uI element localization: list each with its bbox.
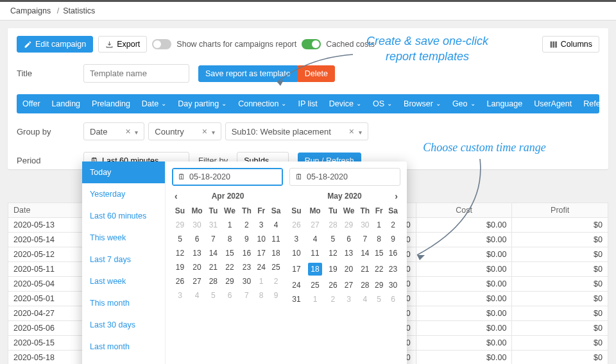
calendar-day[interactable]: 11: [304, 246, 326, 260]
calendar-day[interactable]: 13: [188, 246, 206, 260]
filter-os[interactable]: OS: [367, 94, 398, 113]
calendar-day[interactable]: 6: [386, 292, 400, 306]
calendar-day[interactable]: 9: [268, 288, 284, 302]
filter-useragent[interactable]: UserAgent: [528, 94, 578, 113]
calendar-day[interactable]: 4: [268, 218, 284, 232]
calendar-day[interactable]: 18: [304, 260, 326, 278]
calendar-day[interactable]: 15: [372, 246, 386, 260]
filter-device[interactable]: Device: [323, 94, 367, 113]
calendar-day[interactable]: 24: [254, 260, 268, 274]
calendar-day[interactable]: 4: [304, 232, 326, 246]
preset-last-30-days[interactable]: Last 30 days: [82, 314, 165, 336]
preset-last-7-days[interactable]: Last 7 days: [82, 249, 165, 270]
calendar-day[interactable]: 29: [340, 218, 358, 232]
calendar-day[interactable]: 6: [340, 232, 358, 246]
filter-day-parting[interactable]: Day parting: [172, 94, 232, 113]
calendar-day[interactable]: 14: [206, 246, 220, 260]
cached-costs-toggle[interactable]: [302, 39, 321, 49]
calendar-day[interactable]: 22: [221, 260, 239, 274]
filter-ip-list[interactable]: IP list: [292, 94, 323, 113]
calendar-day[interactable]: 29: [172, 218, 188, 232]
calendar-day[interactable]: 16: [386, 246, 400, 260]
breadcrumb-part[interactable]: Campaigns: [10, 6, 51, 15]
export-button[interactable]: Export: [98, 36, 147, 53]
remove-icon[interactable]: ×: [349, 126, 354, 136]
calendar-day[interactable]: 27: [188, 274, 206, 288]
calendar-day[interactable]: 9: [386, 232, 400, 246]
calendar-day[interactable]: 20: [340, 260, 358, 278]
calendar-day[interactable]: 2: [239, 218, 254, 232]
calendar-day[interactable]: 25: [304, 278, 326, 292]
calendar-day[interactable]: 27: [340, 278, 358, 292]
calendar-day[interactable]: 7: [357, 232, 372, 246]
calendar-day[interactable]: 7: [239, 288, 254, 302]
preset-today[interactable]: Today: [82, 161, 165, 183]
calendar-day[interactable]: 10: [254, 232, 268, 246]
calendar-day[interactable]: 6: [188, 232, 206, 246]
calendar-day[interactable]: 19: [172, 260, 188, 274]
calendar-day[interactable]: 8: [372, 232, 386, 246]
template-name-input[interactable]: [83, 64, 189, 83]
next-month-icon[interactable]: ›: [395, 191, 398, 201]
calendar-day[interactable]: 2: [268, 274, 284, 288]
save-template-button[interactable]: Save report as template: [198, 65, 298, 82]
calendar-day[interactable]: 4: [357, 292, 372, 306]
calendar-day[interactable]: 8: [221, 232, 239, 246]
calendar-day[interactable]: 26: [326, 278, 339, 292]
filter-browser[interactable]: Browser: [398, 94, 447, 113]
calendar-day[interactable]: 31: [289, 292, 304, 306]
calendar-day[interactable]: 28: [326, 218, 339, 232]
calendar-day[interactable]: 1: [372, 218, 386, 232]
chevron-down-icon[interactable]: [133, 127, 138, 136]
calendar-day[interactable]: 19: [326, 260, 339, 278]
calendar-day[interactable]: 13: [340, 246, 358, 260]
calendar-day[interactable]: 22: [372, 260, 386, 278]
calendar-day[interactable]: 16: [239, 246, 254, 260]
date-to-input[interactable]: 🗓05-18-2020: [289, 168, 400, 186]
calendar-day[interactable]: 10: [289, 246, 304, 260]
calendar-day[interactable]: 15: [221, 246, 239, 260]
prev-month-icon[interactable]: ‹: [175, 191, 178, 201]
calendar-day[interactable]: 3: [254, 218, 268, 232]
calendar-day[interactable]: 8: [254, 288, 268, 302]
calendar-day[interactable]: 1: [254, 274, 268, 288]
calendar-day[interactable]: 18: [268, 246, 284, 260]
calendar-day[interactable]: 2: [326, 292, 339, 306]
calendar-day[interactable]: 24: [289, 278, 304, 292]
show-charts-toggle[interactable]: [152, 39, 171, 49]
calendar-day[interactable]: 30: [386, 278, 400, 292]
chevron-down-icon[interactable]: [357, 127, 362, 136]
calendar-day[interactable]: 9: [239, 232, 254, 246]
calendar-day[interactable]: 12: [326, 246, 339, 260]
column-header[interactable]: Cost: [416, 203, 512, 218]
filter-offer[interactable]: Offer: [17, 94, 46, 113]
calendar-day[interactable]: 23: [239, 260, 254, 274]
calendar-day[interactable]: 3: [172, 288, 188, 302]
groupby-tag[interactable]: Country×: [148, 122, 221, 140]
preset-last-month[interactable]: Last month: [82, 336, 165, 358]
column-header[interactable]: Profit: [512, 203, 608, 218]
preset-yesterday[interactable]: Yesterday: [82, 183, 165, 205]
calendar-day[interactable]: 3: [289, 232, 304, 246]
date-from-input[interactable]: 🗓05-18-2020: [172, 168, 283, 186]
preset-last-week[interactable]: Last week: [82, 270, 165, 292]
filter-language[interactable]: Language: [481, 94, 529, 113]
calendar-day[interactable]: 21: [206, 260, 220, 274]
calendar-day[interactable]: 1: [221, 218, 239, 232]
calendar-day[interactable]: 29: [221, 274, 239, 288]
calendar-day[interactable]: 20: [188, 260, 206, 274]
preset-this-week[interactable]: This week: [82, 227, 165, 249]
filter-prelanding[interactable]: Prelanding: [86, 94, 136, 113]
filter-referrer[interactable]: Referrer: [578, 94, 599, 113]
calendar-day[interactable]: 30: [357, 218, 372, 232]
calendar-day[interactable]: 25: [268, 260, 284, 274]
columns-button[interactable]: Columns: [542, 36, 599, 53]
calendar-day[interactable]: 5: [326, 232, 339, 246]
calendar-day[interactable]: 7: [206, 232, 220, 246]
calendar-day[interactable]: 2: [386, 218, 400, 232]
preset-last-60-minutes[interactable]: Last 60 minutes: [82, 205, 165, 227]
calendar-day[interactable]: 26: [289, 218, 304, 232]
calendar-day[interactable]: 28: [206, 274, 220, 288]
calendar-day[interactable]: 5: [172, 232, 188, 246]
calendar-day[interactable]: 30: [188, 218, 206, 232]
